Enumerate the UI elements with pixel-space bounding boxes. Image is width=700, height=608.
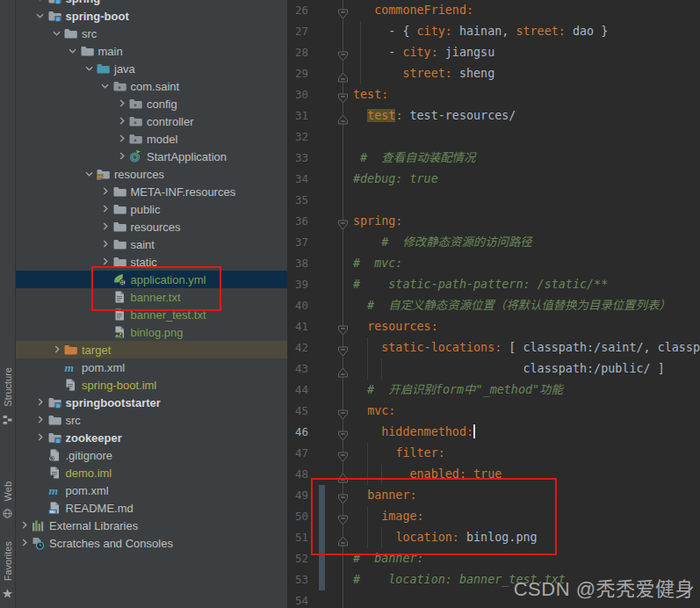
- tree-item-java[interactable]: java: [16, 60, 287, 77]
- code-text[interactable]: # 开启识别form中"_method"功能: [353, 380, 700, 401]
- tree-item-main[interactable]: main: [16, 42, 287, 60]
- tree-item-meta-inf-resources[interactable]: META-INF.resources: [16, 183, 287, 200]
- code-text[interactable]: # 修改静态资源的访问路径: [353, 232, 700, 253]
- tree-item-startapplication[interactable]: StartApplication: [16, 148, 287, 165]
- fold-up-icon[interactable]: [337, 469, 349, 480]
- tree-item-resources[interactable]: resources: [16, 165, 287, 183]
- code-text[interactable]: classpath:/public/ ]: [353, 358, 700, 380]
- tree-item-public[interactable]: public: [16, 200, 287, 218]
- code-text[interactable]: # banner:: [353, 548, 700, 569]
- tool-button-web[interactable]: Web: [0, 481, 15, 518]
- code-text[interactable]: filter:: [353, 443, 700, 464]
- tree-item-springbootstarter[interactable]: springbootstarter: [16, 394, 287, 411]
- fold-down-icon[interactable]: [337, 427, 349, 438]
- tree-item-static[interactable]: static: [16, 253, 287, 271]
- tree-item-target[interactable]: target: [16, 341, 287, 358]
- fold-up-icon[interactable]: [337, 364, 349, 374]
- tree-item-gitignore[interactable]: .gitignore: [16, 446, 287, 464]
- chevron-collapsed-icon[interactable]: [99, 185, 112, 199]
- chevron-expanded-icon[interactable]: [34, 9, 47, 23]
- chevron-collapsed-icon[interactable]: [34, 413, 47, 427]
- tree-item-zookeeper[interactable]: zookeeper: [16, 429, 287, 446]
- code-text[interactable]: #debug: true: [353, 169, 700, 190]
- tree-item-external-libraries[interactable]: External Libraries: [16, 517, 287, 534]
- tool-button-structure[interactable]: Structure: [0, 367, 15, 424]
- code-text[interactable]: location: binlog.png: [353, 527, 700, 548]
- fold-down-icon[interactable]: [337, 5, 349, 16]
- fold-down-icon[interactable]: [337, 511, 349, 522]
- code-text[interactable]: banner:: [353, 485, 700, 506]
- tree-item-spring-boot[interactable]: spring-boot: [16, 7, 287, 25]
- fold-down-icon[interactable]: [337, 216, 349, 227]
- tree-item-scratches-and-consoles[interactable]: Scratches and Consoles: [16, 534, 287, 552]
- chevron-expanded-icon[interactable]: [67, 44, 80, 58]
- chevron-expanded-icon[interactable]: [50, 26, 63, 40]
- code-text[interactable]: # mvc:: [353, 253, 700, 274]
- fold-down-icon[interactable]: [337, 448, 349, 459]
- code-text[interactable]: # 自定义静态资源位置（将默认值替换为目录位置列表）: [353, 295, 700, 316]
- code-text[interactable]: - { city: hainan, street: dao }: [353, 21, 700, 42]
- chevron-collapsed-icon[interactable]: [115, 132, 128, 146]
- chevron-collapsed-icon[interactable]: [99, 220, 112, 234]
- chevron-collapsed-icon[interactable]: [34, 395, 47, 409]
- tree-item-config[interactable]: config: [16, 95, 287, 112]
- tree-item-model[interactable]: model: [16, 130, 287, 148]
- tree-item-pom-xml[interactable]: mpom.xml: [16, 358, 287, 376]
- code-text[interactable]: image:: [353, 506, 700, 527]
- code-text[interactable]: # 查看自动装配情况: [353, 148, 700, 169]
- code-text[interactable]: - city: jiangsu: [353, 42, 700, 63]
- chevron-collapsed-icon[interactable]: [99, 202, 112, 216]
- fold-down-icon[interactable]: [337, 90, 349, 100]
- tree-item-spring[interactable]: spring: [16, 0, 287, 7]
- chevron-expanded-icon[interactable]: [83, 62, 96, 76]
- chevron-collapsed-icon[interactable]: [34, 431, 47, 445]
- code-text[interactable]: street: sheng: [353, 63, 700, 84]
- fold-down-icon[interactable]: [337, 490, 349, 501]
- fold-down-icon[interactable]: [337, 406, 349, 416]
- code-text[interactable]: commoneFriend:: [353, 0, 700, 21]
- code-text[interactable]: hiddenmethod:: [353, 422, 700, 443]
- package-icon: [128, 114, 142, 128]
- chevron-collapsed-icon[interactable]: [115, 97, 128, 111]
- tree-item-com-saint[interactable]: com.saint: [16, 77, 287, 95]
- code-text[interactable]: test:: [353, 84, 700, 105]
- tree-item-pom-xml[interactable]: mpom.xml: [16, 481, 287, 499]
- tree-item-saint[interactable]: saint: [16, 235, 287, 253]
- tree-item-src[interactable]: src: [16, 411, 287, 429]
- code-text[interactable]: # static-path-pattern: /static/**: [353, 274, 700, 295]
- chevron-expanded-icon[interactable]: [83, 167, 96, 181]
- chevron-collapsed-icon[interactable]: [18, 518, 31, 532]
- code-text[interactable]: resources:: [353, 316, 700, 337]
- fold-down-icon[interactable]: [337, 343, 349, 353]
- tree-item-binlog-png[interactable]: binlog.png: [16, 323, 287, 341]
- code-text[interactable]: test: test-resources/: [353, 105, 700, 127]
- chevron-collapsed-icon[interactable]: [99, 237, 112, 251]
- tree-item-application-yml[interactable]: application.yml: [16, 271, 287, 288]
- code-text[interactable]: spring:: [353, 211, 700, 232]
- tree-item-readme-md[interactable]: MDREADME.md: [16, 499, 287, 517]
- fold-up-icon[interactable]: [337, 69, 349, 79]
- tree-item-resources[interactable]: resources: [16, 218, 287, 235]
- chevron-expanded-icon[interactable]: [99, 79, 112, 93]
- chevron-collapsed-icon[interactable]: [50, 343, 63, 357]
- tree-item-demo-iml[interactable]: demo.iml: [16, 464, 287, 481]
- chevron-collapsed-icon[interactable]: [99, 255, 112, 269]
- fold-up-icon[interactable]: [337, 532, 349, 543]
- chevron-expanded-icon[interactable]: [34, 0, 47, 5]
- chevron-spacer: [34, 466, 47, 480]
- tree-item-spring-boot-iml[interactable]: spring-boot.iml: [16, 376, 287, 394]
- chevron-collapsed-icon[interactable]: [115, 114, 128, 128]
- tree-item-src[interactable]: src: [16, 25, 287, 42]
- tool-button-favorites[interactable]: Favorites: [0, 541, 15, 598]
- tree-item-controller[interactable]: controller: [16, 112, 287, 130]
- chevron-collapsed-icon[interactable]: [115, 149, 128, 163]
- fold-down-icon[interactable]: [337, 322, 349, 332]
- tree-item-banner-txt[interactable]: banner.txt: [16, 288, 287, 306]
- fold-up-icon[interactable]: [337, 111, 349, 121]
- tree-item-banner-test-txt[interactable]: banner_test.txt: [16, 306, 287, 323]
- chevron-collapsed-icon[interactable]: [18, 536, 31, 550]
- fold-down-icon[interactable]: [337, 47, 349, 58]
- code-text[interactable]: enabled: true: [353, 464, 700, 485]
- code-text[interactable]: mvc:: [353, 401, 700, 422]
- code-text[interactable]: static-locations: [ classpath:/saint/, c…: [353, 337, 700, 358]
